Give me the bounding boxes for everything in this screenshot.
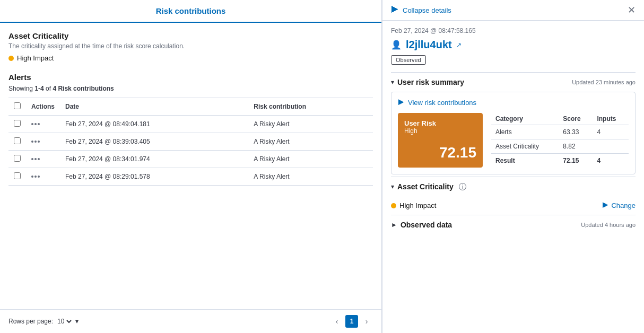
row-contribution-0: A Risky Alert — [248, 116, 373, 133]
showing-range: 1-4 — [34, 85, 43, 92]
pagination-bar: Rows per page: 10 25 50 ▾ ‹ 1 › — [0, 309, 381, 333]
right-header: ⯈ Collapse details ✕ — [382, 0, 644, 21]
row-date-0: Feb 27, 2024 @ 08:49:04.181 — [60, 116, 248, 133]
collapse-label: Collapse details — [403, 6, 451, 14]
observed-data-updated: Updated 4 hours ago — [581, 222, 636, 228]
risk-row-score-2: 72.15 — [559, 154, 593, 168]
risk-row-category-2: Result — [491, 154, 559, 168]
risk-row-score-0: 63.33 — [559, 125, 593, 139]
user-row: 👤 l2jllu4ukt ↗ — [391, 39, 636, 51]
left-header: Risk contributions — [0, 0, 381, 23]
section-header-left: ▾ User risk summary — [391, 78, 464, 86]
rows-per-page[interactable]: Rows per page: 10 25 50 ▾ — [8, 317, 79, 326]
row-contribution-1: A Risky Alert — [248, 133, 373, 151]
impact-dot — [8, 56, 14, 61]
user-risk-updated: Updated 23 minutes ago — [572, 79, 636, 85]
next-page-button[interactable]: › — [360, 315, 373, 328]
change-icon: ⯈ — [602, 201, 609, 209]
risk-summary-card: ⯈ View risk contributions User Risk High… — [391, 92, 636, 174]
risk-col-score: Score — [559, 113, 593, 125]
current-page[interactable]: 1 — [345, 315, 358, 328]
rows-label: Rows per page: — [8, 318, 53, 325]
row-checkbox-cell[interactable] — [8, 168, 26, 186]
risk-card-level: High — [404, 127, 476, 135]
select-all-checkbox[interactable] — [14, 102, 21, 109]
asset-criticality-description: The criticality assigned at the time of … — [8, 42, 373, 50]
close-button[interactable]: ✕ — [628, 5, 636, 15]
asset-crit-row: High Impact ⯈ Change — [391, 196, 636, 215]
asset-criticality-title: Asset Criticality — [8, 31, 373, 40]
row-checkbox-1[interactable] — [14, 137, 21, 144]
showing-label: Risk contributions — [58, 85, 114, 92]
page-title: Risk contributions — [8, 6, 373, 15]
action-dots-2[interactable] — [31, 158, 55, 160]
prev-page-button[interactable]: ‹ — [330, 315, 343, 328]
right-content: Feb 27, 2024 @ 08:47:58.165 👤 l2jllu4ukt… — [382, 21, 644, 241]
risk-table: Category Score Inputs Alerts 63.33 4 Ass… — [491, 113, 629, 168]
observed-data-section[interactable]: ► Observed data Updated 4 hours ago — [391, 215, 636, 234]
change-button[interactable]: ⯈ Change — [602, 201, 636, 209]
showing-total: 4 — [53, 85, 56, 92]
risk-col-category: Category — [491, 113, 559, 125]
alerts-section: Alerts Showing 1-4 of 4 Risk contributio… — [8, 73, 373, 186]
action-dots-3[interactable] — [31, 176, 55, 178]
user-risk-summary-section[interactable]: ▾ User risk summary Updated 23 minutes a… — [391, 72, 636, 92]
risk-card-score: 72.15 — [404, 144, 476, 161]
row-actions-1[interactable] — [26, 133, 60, 151]
high-impact-badge: High Impact — [8, 54, 373, 62]
risk-row-score-1: 8.82 — [559, 139, 593, 154]
row-checkbox-cell[interactable] — [8, 116, 26, 133]
view-risk-contributions-button[interactable]: ⯈ View risk contributions — [398, 99, 476, 107]
collapse-button[interactable]: ⯈ Collapse details — [391, 5, 451, 15]
high-impact-label: High Impact — [17, 54, 54, 62]
user-name: l2jllu4ukt — [406, 39, 452, 51]
row-checkbox-3[interactable] — [14, 172, 21, 179]
risk-table-row: Result 72.15 4 — [491, 154, 629, 168]
change-label: Change — [611, 201, 636, 209]
rows-select[interactable]: 10 25 50 — [55, 317, 73, 326]
left-panel: Risk contributions Asset Criticality The… — [0, 0, 382, 333]
row-actions-2[interactable] — [26, 151, 60, 168]
table-row: Feb 27, 2024 @ 08:34:01.974 A Risky Aler… — [8, 151, 373, 168]
view-contributions-icon: ⯈ — [398, 99, 405, 107]
asset-crit-value: High Impact — [399, 201, 436, 209]
row-checkbox-cell[interactable] — [8, 133, 26, 151]
row-checkbox-0[interactable] — [14, 120, 21, 127]
row-date-3: Feb 27, 2024 @ 08:29:01.578 — [60, 168, 248, 186]
observed-badge: Observed — [391, 55, 426, 65]
asset-crit-dot — [391, 203, 396, 208]
pagination-controls: ‹ 1 › — [330, 315, 373, 328]
asset-crit-header-left: ▾ Asset Criticality i — [391, 182, 466, 191]
col-contribution-header: Risk contribution — [248, 98, 373, 116]
col-date-header: Date — [60, 98, 248, 116]
risk-table-row: Asset Criticality 8.82 — [491, 139, 629, 154]
row-contribution-3: A Risky Alert — [248, 168, 373, 186]
collapse-icon: ⯈ — [391, 5, 399, 15]
chevron-down-icon: ▾ — [75, 318, 79, 325]
risk-row-inputs-1 — [593, 139, 629, 154]
action-dots-1[interactable] — [31, 141, 55, 143]
external-link-icon[interactable]: ↗ — [456, 41, 462, 49]
table-row: Feb 27, 2024 @ 08:39:03.405 A Risky Aler… — [8, 133, 373, 151]
alerts-table-wrapper: Actions Date Risk contribution Feb 27, 2… — [8, 98, 373, 186]
row-actions-0[interactable] — [26, 116, 60, 133]
row-actions-3[interactable] — [26, 168, 60, 186]
left-content: Asset Criticality The criticality assign… — [0, 23, 381, 309]
asset-crit-left: High Impact — [391, 201, 436, 209]
timestamp: Feb 27, 2024 @ 08:47:58.165 — [391, 27, 636, 34]
col-actions-header: Actions — [26, 98, 60, 116]
observed-data-header-left: ► Observed data — [391, 221, 452, 229]
user-risk-chevron-icon: ▾ — [391, 78, 394, 86]
row-checkbox-2[interactable] — [14, 155, 21, 162]
table-row: Feb 27, 2024 @ 08:49:04.181 A Risky Aler… — [8, 116, 373, 133]
asset-criticality-right-section[interactable]: ▾ Asset Criticality i — [391, 177, 636, 196]
col-checkbox — [8, 98, 26, 116]
action-dots-0[interactable] — [31, 123, 55, 125]
risk-table-row: Alerts 63.33 4 — [491, 125, 629, 139]
risk-row-inputs-0: 4 — [593, 125, 629, 139]
asset-crit-right-title: Asset Criticality — [397, 182, 454, 191]
table-row: Feb 27, 2024 @ 08:29:01.578 A Risky Aler… — [8, 168, 373, 186]
alerts-table: Actions Date Risk contribution Feb 27, 2… — [8, 98, 373, 186]
row-checkbox-cell[interactable] — [8, 151, 26, 168]
risk-row-inputs-2: 4 — [593, 154, 629, 168]
